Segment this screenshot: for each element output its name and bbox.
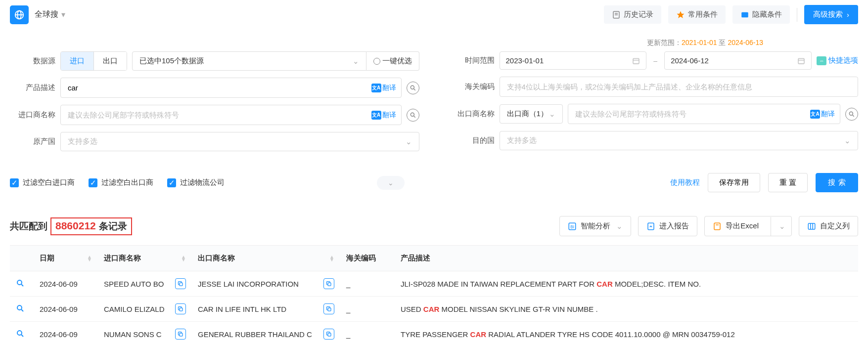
data-source-select[interactable]: 已选中105个数据源 ⌄ <box>132 51 366 71</box>
radio-icon <box>373 58 380 65</box>
export-dropdown[interactable]: ⌄ <box>771 217 791 236</box>
advanced-search-button[interactable]: 高级搜索 › <box>804 5 858 24</box>
importer-input[interactable] <box>68 105 371 125</box>
one-click-optimize[interactable]: 一键优选 <box>366 51 419 71</box>
copy-icon[interactable] <box>175 303 186 314</box>
label-data-source: 数据源 <box>10 56 55 66</box>
quick-options-button[interactable]: ⎓ 快捷选项 <box>817 56 858 65</box>
col-date[interactable]: 日期▲▼ <box>34 246 98 271</box>
exporter-type-select[interactable]: 出口商（1） ⌄ <box>500 104 563 124</box>
svg-line-11 <box>413 116 415 117</box>
expand-icon[interactable] <box>845 108 858 121</box>
svg-rect-36 <box>180 333 183 336</box>
results-summary: 共匹配到 8860212 条记录 <box>10 217 132 235</box>
chevron-right-icon: › <box>847 10 849 19</box>
copy-icon[interactable] <box>323 329 334 340</box>
hidden-conditions-button[interactable]: 隐藏条件 <box>732 5 790 24</box>
svg-rect-12 <box>633 58 639 64</box>
copy-icon[interactable] <box>175 329 186 340</box>
row-hs-code: 海关编码 <box>449 77 859 97</box>
enter-report-button[interactable]: 进入报告 <box>638 216 697 236</box>
product-desc-input[interactable] <box>68 78 371 97</box>
chevron-down-icon: ⌄ <box>549 110 555 119</box>
checkbox-logistics[interactable]: ✓ 过滤物流公司 <box>167 178 225 187</box>
tutorial-link[interactable]: 使用教程 <box>670 178 700 187</box>
sort-icon: ▲▼ <box>181 256 186 261</box>
copy-icon[interactable] <box>323 278 334 289</box>
translate-button[interactable]: 文A 翻译 <box>371 111 396 120</box>
history-icon <box>612 10 621 19</box>
custom-columns-button[interactable]: 自定义列 <box>799 216 858 236</box>
save-common-button[interactable]: 保存常用 <box>708 173 760 192</box>
export-excel-button[interactable]: 导出Excel ⌄ <box>704 216 792 236</box>
cell-hs: _ <box>340 322 395 343</box>
reset-button[interactable]: 重 置 <box>768 173 808 192</box>
collapse-button[interactable]: ⌄ <box>377 176 405 190</box>
common-conditions-button[interactable]: 常用条件 <box>668 5 726 24</box>
search-row-icon[interactable] <box>16 304 25 313</box>
date-to-input[interactable]: 2024-06-12 <box>664 51 812 70</box>
label-importer: 进口商名称 <box>10 110 55 120</box>
date-from-input[interactable]: 2023-01-01 <box>500 51 647 70</box>
cell-desc: TYRE PASSENGER CAR RADIAL ATLANDER TYRE … <box>395 322 858 343</box>
table-header-row: 日期▲▼ 进口商名称▲▼ 出口商名称▲▼ 海关编码 产品描述 <box>10 246 858 271</box>
search-row-icon[interactable] <box>16 279 25 288</box>
smart-analysis-button[interactable]: BI 智能分析 ⌄ <box>559 216 631 236</box>
svg-rect-32 <box>180 308 183 311</box>
cell-importer: SPEED AUTO BO <box>98 271 192 297</box>
chevron-down-icon: ▾ <box>61 10 65 19</box>
copy-icon[interactable] <box>323 303 334 314</box>
search-row-icon[interactable] <box>16 329 25 338</box>
translate-button[interactable]: 文A 翻译 <box>371 84 396 92</box>
svg-point-8 <box>411 86 414 89</box>
checkbox-empty-importer[interactable]: ✓ 过滤空白进口商 <box>10 178 75 187</box>
svg-rect-21 <box>714 223 720 230</box>
dest-select[interactable]: 支持多选 ⌄ <box>500 131 859 150</box>
calendar-icon <box>632 57 640 65</box>
copy-icon[interactable] <box>175 278 186 289</box>
svg-point-26 <box>17 280 22 285</box>
row-dest: 目的国 支持多选 ⌄ <box>449 131 859 150</box>
cell-importer: CAMILO ELIZALD <box>98 297 192 322</box>
hs-input[interactable] <box>507 77 853 96</box>
calendar-icon <box>797 57 805 65</box>
svg-rect-14 <box>798 58 804 64</box>
svg-rect-23 <box>808 223 815 229</box>
svg-rect-33 <box>328 308 331 311</box>
export-tab[interactable]: 出口 <box>93 52 127 70</box>
hs-input-wrap <box>500 77 859 97</box>
history-button[interactable]: 历史记录 <box>604 5 661 24</box>
product-desc-input-wrap: 文A 翻译 <box>60 78 402 98</box>
chevron-down-icon: ⌄ <box>353 57 359 66</box>
globe-icon[interactable] <box>10 5 29 24</box>
excel-icon <box>713 222 722 231</box>
results-table-wrap: 日期▲▼ 进口商名称▲▼ 出口商名称▲▼ 海关编码 产品描述 2024-06-0… <box>0 245 868 343</box>
col-importer[interactable]: 进口商名称▲▼ <box>98 246 192 271</box>
exporter-input[interactable] <box>575 104 811 124</box>
row-importer: 进口商名称 文A 翻译 <box>10 105 419 125</box>
svg-point-34 <box>17 331 22 335</box>
card-icon <box>740 10 749 19</box>
search-type-dropdown[interactable]: 全球搜 ▾ <box>35 9 65 20</box>
translate-button[interactable]: 文A 翻译 <box>810 110 835 119</box>
svg-marker-6 <box>677 11 685 18</box>
search-form: 更新范围：2021-01-01 至 2024-06-13 数据源 进口 出口 已… <box>0 39 868 170</box>
cell-exporter: GENERAL RUBBER THAILAND C <box>192 322 340 343</box>
top-right: 历史记录 常用条件 隐藏条件 高级搜索 › <box>604 5 858 24</box>
label-product-desc: 产品描述 <box>10 83 55 92</box>
expand-icon[interactable] <box>407 109 419 122</box>
row-exporter: 出口商名称 出口商（1） ⌄ 文A 翻译 <box>449 104 859 124</box>
form-col-right: 时间范围 2023-01-01 – 2024-06-12 ⎓ 快捷选项 <box>449 51 859 158</box>
import-tab[interactable]: 进口 <box>61 52 93 70</box>
exporter-input-wrap: 文A 翻译 <box>568 104 841 124</box>
search-button[interactable]: 搜索 <box>816 173 858 192</box>
origin-select[interactable]: 支持多选 ⌄ <box>60 132 419 151</box>
checkbox-empty-exporter[interactable]: ✓ 过滤空白出口商 <box>89 178 153 187</box>
row-product-desc: 产品描述 文A 翻译 <box>10 78 419 98</box>
translate-icon: 文A <box>371 111 381 120</box>
form-col-left: 数据源 进口 出口 已选中105个数据源 ⌄ 一键优选 <box>10 51 419 158</box>
star-icon <box>676 10 685 19</box>
col-exporter[interactable]: 出口商名称▲▼ <box>192 246 340 271</box>
results-bar: 共匹配到 8860212 条记录 BI 智能分析 ⌄ 进入报告 导出Excel … <box>0 201 868 245</box>
expand-icon[interactable] <box>407 82 419 94</box>
